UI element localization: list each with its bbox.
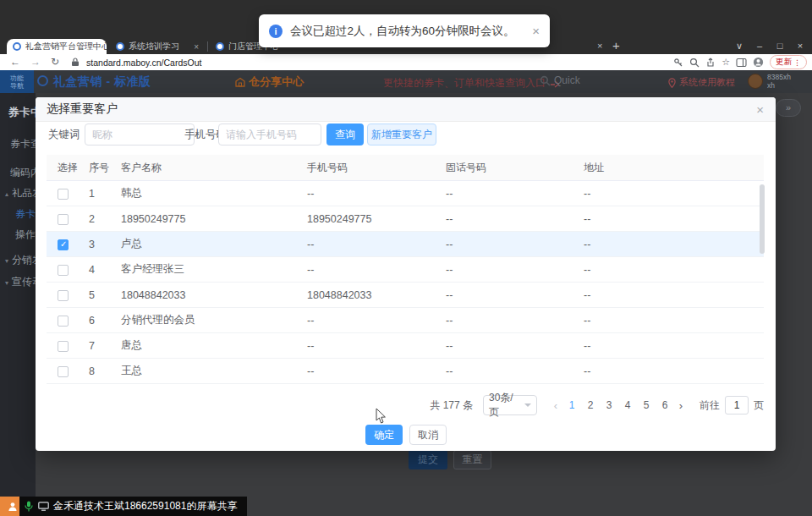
page-button-4[interactable]: 4 xyxy=(618,399,637,411)
share-icon[interactable] xyxy=(705,58,716,68)
page-button-3[interactable]: 3 xyxy=(600,399,618,411)
tab-close-icon[interactable]: × xyxy=(597,41,602,51)
tab-search-icon[interactable]: ∨ xyxy=(729,37,749,54)
prev-page-icon[interactable]: ‹ xyxy=(549,399,562,412)
sidebar-nav: 券卡中 券卡查 编码内 ▴礼品发 券卡 操作 ▾分销发 ▾宣传动 xyxy=(0,93,36,516)
table-row[interactable]: 5 18048842033 18048842033 -- -- xyxy=(47,283,764,308)
info-icon: i xyxy=(269,25,283,38)
table-row[interactable]: 6 分销代理的会员 -- -- -- xyxy=(47,308,764,333)
row-checkbox[interactable] xyxy=(58,341,69,352)
tutorial-link[interactable]: 系统使用教程 xyxy=(668,76,735,89)
add-customer-button[interactable]: 新增重要客户 xyxy=(367,124,436,145)
table-row[interactable]: 1 韩总 -- -- -- xyxy=(47,181,764,206)
back-icon[interactable]: ← xyxy=(10,54,20,70)
row-checkbox[interactable] xyxy=(58,316,69,327)
confirm-button[interactable]: 确定 xyxy=(365,425,403,445)
page-button-2[interactable]: 2 xyxy=(581,399,600,411)
toast-close-icon[interactable]: × xyxy=(532,24,540,38)
tab-title: 礼盒营销平台管理中心 xyxy=(25,41,107,52)
search-button[interactable]: 查询 xyxy=(326,124,364,145)
tab-favicon xyxy=(216,42,224,51)
table-scrollbar-thumb[interactable] xyxy=(760,184,765,254)
user-name: 8385xh xh xyxy=(767,73,791,90)
profile-avatar-icon[interactable] xyxy=(753,57,764,68)
table-row-selected[interactable]: 3 卢总 -- -- -- xyxy=(47,232,764,257)
row-checkbox-checked[interactable] xyxy=(58,239,69,250)
close-window-button[interactable]: × xyxy=(790,37,810,54)
sidebar-item-card-query[interactable]: 券卡查 xyxy=(10,137,36,151)
row-checkbox[interactable] xyxy=(58,189,69,200)
bookmark-star-icon[interactable]: ☆ xyxy=(721,57,730,68)
triangle-down-icon: ▾ xyxy=(5,279,8,287)
browser-tab-gift-admin[interactable]: 礼盒营销平台管理中心 × xyxy=(7,39,107,54)
page-button-1[interactable]: 1 xyxy=(562,399,581,411)
pagination-total: 共 177 条 xyxy=(430,398,473,413)
page-reset-button[interactable]: 重置 xyxy=(453,450,491,469)
maximize-button[interactable]: □ xyxy=(770,37,790,54)
side-panel-icon[interactable] xyxy=(736,58,747,68)
meeting-toast: i 会议已超过2人，自动转为60分钟限时会议。 × xyxy=(259,14,550,47)
modal-close-icon[interactable]: × xyxy=(756,102,764,117)
browser-tab-training[interactable]: 系统培训学习 × xyxy=(110,39,205,54)
menu-kebab-icon[interactable]: ⋮ xyxy=(793,58,801,67)
phone-input[interactable] xyxy=(218,124,321,145)
key-icon[interactable] xyxy=(673,58,683,68)
chevron-down-icon xyxy=(524,403,531,407)
expand-chevrons-button[interactable]: » xyxy=(776,99,801,117)
refresh-icon[interactable]: ↻ xyxy=(51,54,59,70)
keyword-label: 关键词 xyxy=(48,124,80,145)
sidebar-group-gift[interactable]: ▴礼品发 xyxy=(5,186,36,200)
minimize-button[interactable]: – xyxy=(749,37,770,54)
user-avatar[interactable] xyxy=(748,74,763,89)
share-center-link[interactable]: 仓分享中心 xyxy=(235,74,304,90)
modal-search-form: 关键词 手机号码 查询 新增重要客户 xyxy=(36,124,776,145)
page-submit-button[interactable]: 提交 xyxy=(409,450,447,469)
quick-search[interactable]: Quick xyxy=(540,74,580,86)
next-page-icon[interactable]: › xyxy=(674,399,688,412)
screen: 礼盒营销平台管理中心 × 系统培训学习 × 门店管理中心 × + ∨ – □ ×… xyxy=(0,0,812,516)
lock-icon xyxy=(71,58,80,67)
tab-favicon xyxy=(13,42,21,51)
zoom-icon[interactable] xyxy=(689,58,700,68)
quick-entry-text[interactable]: 更快捷的券卡、订单和快递查询入口 xyxy=(383,76,560,91)
cancel-button[interactable]: 取消 xyxy=(409,425,447,445)
new-tab-button[interactable]: + xyxy=(612,38,620,52)
tab-title: 系统培训学习 xyxy=(129,41,179,52)
modal-title: 选择重要客户 xyxy=(47,102,118,117)
table-row[interactable]: 7 唐总 -- -- -- xyxy=(47,333,764,359)
tab-favicon xyxy=(116,42,124,51)
sidebar-group-distribution[interactable]: ▾分销发 xyxy=(5,253,36,267)
tab-divider xyxy=(207,41,208,52)
app-logo-icon xyxy=(37,75,48,86)
row-checkbox[interactable] xyxy=(58,366,69,377)
forward-icon[interactable]: → xyxy=(30,54,41,70)
table-row[interactable]: 8 王总 -- -- -- xyxy=(47,359,764,384)
sidebar-group-promo[interactable]: ▾宣传动 xyxy=(5,275,36,289)
tab-close-icon[interactable]: × xyxy=(194,42,199,52)
select-customer-modal: 选择重要客户 × 关键词 手机号码 查询 新增重要客户 选择 序号 客户名称 手… xyxy=(36,97,776,451)
page-button-6[interactable]: 6 xyxy=(656,399,674,411)
keyword-input[interactable] xyxy=(85,124,195,145)
page-size-select[interactable]: 30条/页 xyxy=(483,395,537,415)
table-header-row: 选择 序号 客户名称 手机号码 固话号码 地址 xyxy=(47,155,764,181)
jump-label: 前往 xyxy=(700,398,720,413)
triangle-up-icon: ▴ xyxy=(5,190,8,198)
chrome-update-button[interactable]: 更新 ⋮ xyxy=(770,55,807,69)
row-checkbox[interactable] xyxy=(58,265,69,276)
toast-message: 会议已超过2人，自动转为60分钟限时会议。 xyxy=(290,24,515,39)
sidebar-item-card-active[interactable]: 券卡 xyxy=(15,207,36,222)
row-checkbox[interactable] xyxy=(58,214,69,225)
sidebar-item-code[interactable]: 编码内 xyxy=(10,166,36,180)
row-checkbox[interactable] xyxy=(58,290,69,301)
url-text[interactable]: standard.maboy.cn/CardsOut xyxy=(86,58,201,68)
table-row[interactable]: 4 客户经理张三 -- -- -- xyxy=(47,257,764,283)
sidebar-section-title: 券卡中 xyxy=(8,105,36,120)
page-button-5[interactable]: 5 xyxy=(637,399,656,411)
sidebar-item-operate[interactable]: 操作 xyxy=(15,228,36,242)
function-nav-button[interactable]: 功能导航 xyxy=(0,70,34,93)
triangle-down-icon: ▾ xyxy=(5,257,8,265)
participant-icon xyxy=(0,497,19,516)
jump-page-input[interactable] xyxy=(725,396,749,414)
warehouse-icon xyxy=(235,77,245,87)
table-row[interactable]: 2 18950249775 18950249775 -- -- xyxy=(47,206,764,232)
